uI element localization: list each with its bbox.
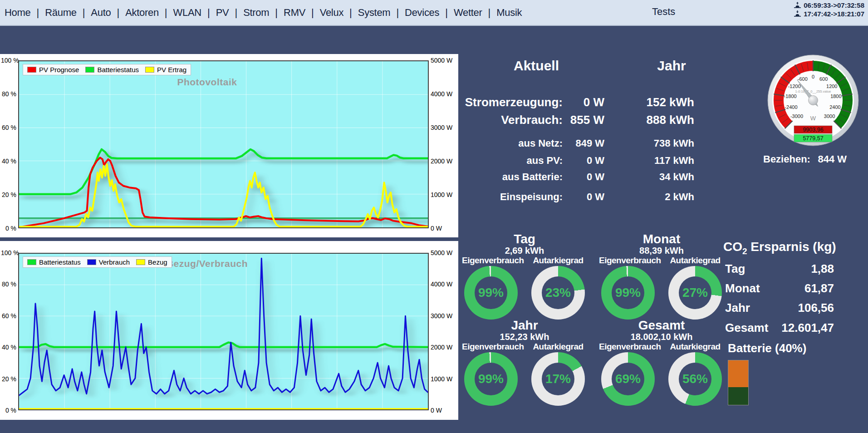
nav-separator: |: [311, 7, 314, 19]
nav-separator: |: [349, 7, 352, 19]
co2-row-gesamt: Gesamt12.601,47: [0, 321, 868, 335]
nav-separator: |: [117, 7, 119, 19]
stat-row-stromerzeugung-: Stromerzeugung:0 W152 kWh: [0, 95, 868, 110]
y-axis-right-tick: 0 W: [431, 224, 456, 232]
legend-item-pv-ertrag: PV Ertrag: [145, 66, 186, 74]
donut-percentage: 17%: [545, 372, 571, 386]
donut-chart: 56%: [668, 352, 722, 406]
co2-row-label: Monat: [725, 281, 760, 295]
legend-label: Batteriestatus: [97, 66, 139, 74]
nav-separator: |: [445, 7, 448, 19]
y-axis-left-tick: 0 %: [1, 406, 16, 414]
donut-label: Eigenverbrauch: [462, 342, 520, 351]
legend-swatch: [85, 67, 94, 73]
y-axis-left-tick: 100 %: [1, 56, 16, 64]
nav-bar: Home|Räume|Auto|Aktoren|WLAN|PV|Strom|RM…: [0, 0, 868, 26]
column-header-jahr: Jahr: [626, 58, 717, 74]
gauge-tick-label: 3000: [824, 113, 835, 119]
nav-item-devices[interactable]: Devices: [405, 7, 439, 19]
y-axis-left-tick: 0 %: [1, 224, 16, 232]
pv-chart-legend: PV PrognoseBatteriestatusPV Ertrag: [23, 64, 191, 75]
summary-section-energy: 2,69 kWh: [460, 246, 589, 256]
gauge-tick-label: -600: [798, 76, 808, 82]
legend-item-batteriestatus: Batteriestatus: [27, 258, 81, 266]
legend-label: Verbrauch: [99, 258, 130, 266]
co2-row-value: 61,87: [804, 281, 834, 295]
nav-item-r-ume[interactable]: Räume: [45, 7, 76, 19]
donut-chart: 99%: [464, 352, 518, 406]
legend-item-bezug: Bezug: [136, 258, 167, 266]
y-axis-left-tick: 100 %: [1, 249, 16, 257]
y-axis-right-tick: 1000 W: [431, 375, 456, 383]
nav-item-musik[interactable]: Musik: [496, 7, 522, 19]
co2-row-jahr: Jahr106,56: [0, 301, 868, 315]
sunset-row: 17:47:42->18:21:07: [794, 10, 864, 18]
nav-item-system[interactable]: System: [358, 7, 391, 19]
consumption-chart-legend: BatteriestatusVerbrauchBezug: [23, 256, 172, 268]
battery-level-segment: [728, 387, 748, 405]
legend-label: Batteriestatus: [39, 258, 81, 266]
stat-row-verbrauch-: Verbrauch:855 W888 kWh: [0, 113, 868, 128]
stat-value-aktuell: 0 W: [587, 171, 604, 183]
beziehen-value: 844 W: [818, 153, 847, 165]
sun-times: 06:59:33->07:32:58 17:47:42->18:21:07: [794, 1, 864, 18]
co2-title-sub: 2: [742, 246, 747, 256]
nav-separator: |: [165, 7, 167, 19]
stat-value-jahr: 2 kWh: [665, 191, 694, 203]
nav-separator: |: [488, 7, 491, 19]
stat-label: aus Netz:: [518, 138, 563, 149]
donut-hole: 17%: [542, 363, 574, 395]
y-axis-right-tick: 2000 W: [431, 343, 456, 351]
nav-item-wlan[interactable]: WLAN: [173, 7, 201, 19]
nav-item-tests[interactable]: Tests: [652, 6, 675, 18]
nav-item-home[interactable]: Home: [5, 7, 31, 19]
gauge-tick-label: -1200: [788, 84, 801, 89]
co2-row-label: Jahr: [725, 301, 750, 315]
sunset-icon: [794, 10, 801, 18]
donut-block-eigenverbrauch: Eigenverbrauch99%: [462, 342, 520, 406]
stat-value-aktuell: 0 W: [587, 191, 604, 203]
nav-items: Home|Räume|Auto|Aktoren|WLAN|PV|Strom|RM…: [0, 0, 868, 25]
stat-value-aktuell: 0 W: [584, 95, 604, 109]
co2-row-label: Tag: [725, 262, 745, 276]
nav-item-velux[interactable]: Velux: [320, 7, 343, 19]
pv-dashboard: { "nav": { "items": ["Home","Räume","Aut…: [0, 0, 868, 433]
donut-label: Eigenverbrauch: [599, 342, 657, 351]
stat-value-jahr: 888 kWh: [647, 113, 695, 127]
legend-item-batteriestatus: Batteriestatus: [85, 66, 139, 74]
legend-item-verbrauch: Verbrauch: [87, 258, 130, 266]
co2-title-co: CO: [723, 240, 742, 254]
nav-item-rmv[interactable]: RMV: [284, 7, 305, 19]
co2-title-rest: Ersparnis (kg): [747, 240, 836, 254]
stat-label: Verbrauch:: [501, 113, 563, 127]
donut-chart: 69%: [601, 352, 655, 406]
legend-swatch: [87, 259, 96, 265]
gauge-tick-label: 1800: [830, 93, 841, 99]
gauge-tag-text: 1-0:16_7_0__255.value: [795, 89, 831, 93]
donut-percentage: 69%: [615, 372, 641, 386]
stat-value-aktuell: 849 W: [575, 138, 604, 149]
battery-label: Batterie (40%): [728, 341, 806, 355]
gauge-red-value: 9903,96: [803, 127, 823, 133]
stat-value-jahr: 152 kWh: [647, 95, 695, 109]
co2-row-monat: Monat61,87: [0, 281, 868, 295]
stat-value-jahr: 738 kWh: [654, 138, 694, 149]
nav-item-pv[interactable]: PV: [216, 7, 229, 19]
nav-item-aktoren[interactable]: Aktoren: [125, 7, 159, 19]
nav-item-strom[interactable]: Strom: [243, 7, 269, 19]
summary-section-title: Monat: [597, 232, 726, 246]
nav-separator: |: [207, 7, 210, 19]
nav-item-wetter[interactable]: Wetter: [454, 7, 482, 19]
co2-row-value: 12.601,47: [781, 321, 834, 335]
nav-item-auto[interactable]: Auto: [91, 7, 111, 19]
pv-chart-title: Photovoltaik: [19, 77, 395, 88]
nav-separator: |: [396, 7, 399, 19]
battery-indicator: [728, 360, 749, 405]
battery-empty-segment: [728, 360, 748, 387]
donut-hole: 69%: [612, 363, 644, 395]
legend-item-pv-prognose: PV Prognose: [27, 66, 79, 74]
legend-label: PV Ertrag: [157, 66, 186, 74]
stat-row-aus-batterie-: aus Batterie:0 W34 kWh: [0, 171, 868, 186]
nav-separator: |: [83, 7, 85, 19]
y-axis-right-tick: 5000 W: [431, 56, 456, 64]
